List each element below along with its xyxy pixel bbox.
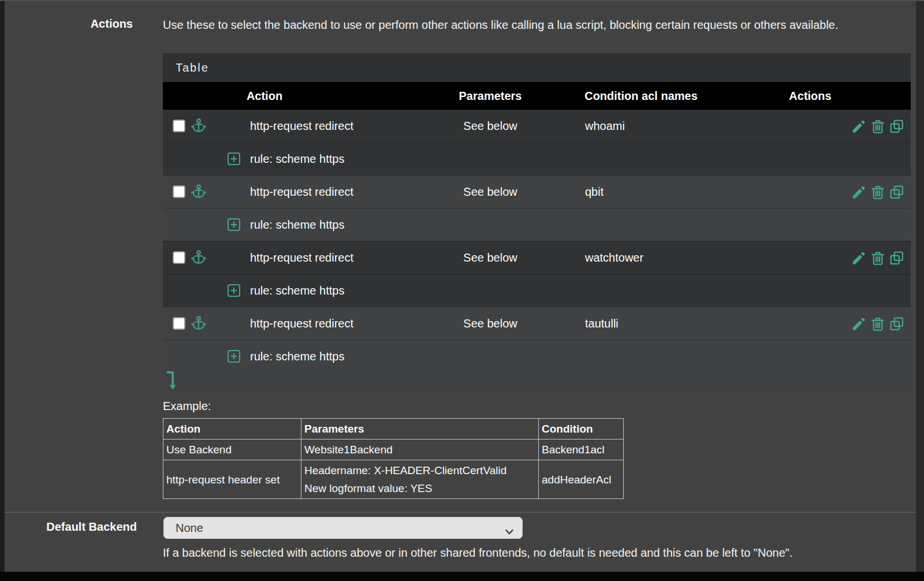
bottom-edge-strip (0, 572, 924, 581)
example-row: http-request header set Headername: X-HE… (163, 460, 624, 499)
row-select-checkbox[interactable] (173, 317, 185, 330)
column-header-parameters: Parameters (459, 90, 522, 103)
table-panel-title: Table (163, 53, 911, 82)
column-header-action: Action (247, 90, 282, 103)
default-backend-label: Default Backend (0, 520, 137, 534)
section-divider (5, 512, 916, 513)
example-action-cell: http-request header set (163, 460, 301, 499)
row-action-buttons (851, 249, 905, 266)
example-header-parameters: Parameters (301, 419, 539, 440)
default-backend-description: If a backend is selected with actions ab… (163, 546, 911, 560)
copy-button[interactable] (889, 315, 905, 332)
example-parameters-cell: Website1Backend (301, 440, 539, 460)
example-parameters-cell: Headername: X-HEADER-ClientCertValid New… (301, 460, 539, 499)
rule-cell: rule: scheme https (250, 152, 344, 166)
anchor-icon[interactable] (191, 117, 207, 135)
example-action-cell: Use Backend (163, 440, 301, 460)
rule-cell: rule: scheme https (250, 218, 344, 232)
table-row: http-request redirect See below qbit (163, 175, 911, 208)
plus-square-icon[interactable] (228, 350, 240, 363)
action-cell: http-request redirect (250, 120, 353, 133)
row-select-checkbox[interactable] (173, 120, 185, 132)
anchor-icon[interactable] (191, 315, 207, 332)
table-row: http-request redirect See below tautulli (163, 307, 911, 340)
example-row: Use Backend Website1Backend Backend1acl (163, 440, 624, 460)
action-cell: http-request redirect (250, 185, 353, 199)
actions-table-panel: Table Action Parameters Condition acl na… (163, 53, 911, 392)
example-header-condition: Condition (539, 419, 624, 440)
table-footer (163, 373, 911, 392)
edit-button[interactable] (851, 118, 867, 134)
condition-cell: qbit (585, 185, 603, 199)
table-subrow: rule: scheme https (163, 208, 911, 241)
copy-button[interactable] (889, 184, 905, 200)
table-subrow: rule: scheme https (163, 274, 911, 307)
haproxy-frontend-settings-page: Actions Use these to select the backend … (0, 0, 924, 581)
anchor-icon[interactable] (191, 249, 207, 266)
delete-button[interactable] (870, 315, 886, 332)
row-action-buttons (851, 315, 905, 332)
condition-cell: tautulli (585, 317, 619, 330)
column-header-actions: Actions (789, 90, 831, 103)
column-header-condition: Condition acl names (584, 90, 698, 103)
left-edge-strip (0, 1, 5, 581)
copy-button[interactable] (889, 249, 905, 266)
edit-button[interactable] (851, 315, 867, 332)
row-select-checkbox[interactable] (173, 185, 185, 198)
default-backend-select[interactable]: None (163, 517, 523, 539)
example-label: Example: (163, 400, 211, 413)
actions-field-description: Use these to select the backend to use o… (163, 16, 856, 35)
example-header-row: Action Parameters Condition (163, 419, 624, 440)
example-condition-cell: addHeaderAcl (539, 460, 624, 499)
parameters-cell: See below (463, 120, 517, 133)
example-header-action: Action (163, 419, 301, 440)
edit-button[interactable] (851, 249, 867, 266)
plus-square-icon[interactable] (228, 152, 240, 165)
condition-cell: whoami (585, 120, 625, 133)
row-action-buttons (851, 184, 905, 200)
copy-button[interactable] (889, 118, 905, 134)
table-row: http-request redirect See below whoami (163, 110, 911, 142)
row-action-buttons (851, 118, 905, 134)
right-edge-strip (916, 1, 924, 581)
table-subrow: rule: scheme https (163, 340, 911, 373)
delete-button[interactable] (870, 249, 886, 266)
actions-field-label: Actions (0, 17, 133, 31)
example-table: Action Parameters Condition Use Backend … (163, 418, 624, 499)
condition-cell: watchtower (585, 251, 643, 265)
rule-cell: rule: scheme https (250, 284, 344, 297)
delete-button[interactable] (870, 184, 886, 200)
example-condition-cell: Backend1acl (539, 440, 624, 460)
row-select-checkbox[interactable] (173, 251, 185, 264)
rule-cell: rule: scheme https (250, 350, 344, 363)
plus-square-icon[interactable] (228, 284, 240, 297)
action-cell: http-request redirect (250, 317, 353, 330)
parameters-cell: See below (463, 185, 517, 199)
parameters-cell: See below (463, 251, 517, 265)
move-row-down-icon[interactable] (165, 370, 178, 391)
plus-square-icon[interactable] (228, 218, 240, 231)
table-subrow: rule: scheme https (163, 142, 911, 175)
parameters-cell: See below (463, 317, 517, 330)
table-row: http-request redirect See below watchtow… (163, 241, 911, 274)
edit-button[interactable] (851, 184, 867, 200)
table-header-row: Action Parameters Condition acl names Ac… (163, 82, 911, 110)
delete-button[interactable] (870, 118, 886, 134)
anchor-icon[interactable] (191, 183, 207, 200)
action-cell: http-request redirect (250, 251, 353, 265)
